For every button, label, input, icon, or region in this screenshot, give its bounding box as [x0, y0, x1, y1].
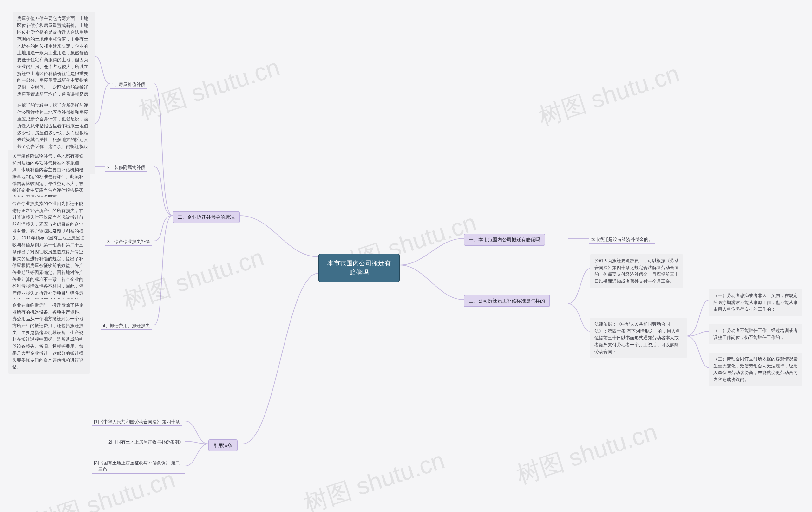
watermark: 树图 shutu.cn — [300, 444, 449, 512]
cite-2: [2]《国有土地上房屋征收与补偿条例》 — [105, 438, 185, 446]
cite-1: [1]《中华人民共和国劳动合同法》 第四十条 — [92, 418, 182, 426]
branch-3-leaf-a: 公司因为搬迁要遣散员工，可以根据《劳动合同法》第四十条之规定合法解除劳动合同的，… — [590, 254, 683, 288]
connector-lines — [0, 0, 812, 512]
branch-2-sub-3-leaf: 停产停业损失指的企业因为拆迁不能进行正常经营所产生的所有损失，在计算该损失时不仅… — [8, 197, 90, 307]
branch-3-sub-law: 法律依据：《中华人民共和国劳动合同法》：第四十条 有下列情形之一的，用人单位提前… — [590, 318, 687, 358]
branch-2-sub-2[interactable]: 2、装修附属物补偿 — [105, 163, 147, 172]
watermark: 树图 shutu.cn — [135, 51, 284, 127]
branch-1[interactable]: 一、本市范围内公司搬迁有赔偿吗 — [464, 234, 545, 246]
watermark: 树图 shutu.cn — [534, 57, 684, 133]
branch-2-sub-1[interactable]: 1、房屋价值补偿 — [110, 81, 147, 89]
branch-2-sub-2-leaf: 关于装修附属物补偿，各地都有装修和附属物的各项补偿标准的实施细则，该项补偿内容主… — [8, 150, 90, 204]
branch-2-sub-4[interactable]: 4、搬迁费用、搬迁损失 — [101, 322, 152, 330]
cite-3: [3]《国有土地上房屋征收与补偿条例》 第二十三条 — [92, 459, 185, 474]
branch-3-sub-leaf-3: （三）劳动合同订立时所依据的客观情况发生重大变化，致使劳动合同无法履行，经用人单… — [709, 353, 802, 387]
branch-2[interactable]: 二、企业拆迁补偿金的标准 — [173, 211, 240, 223]
branch-cite[interactable]: 引用法条 — [208, 440, 238, 451]
branch-3[interactable]: 三、公司拆迁员工补偿标准是怎样的 — [464, 295, 550, 307]
branch-3-sub-leaf-1: （一）劳动者患病或者非因工负伤，在规定的医疗期满后不能从事原工作，也不能从事由用… — [709, 289, 802, 316]
branch-1-leaf: 本市搬迁是没有经济补偿金的。 — [589, 236, 655, 244]
center-node[interactable]: 本市范围内公司搬迁有赔偿吗 — [318, 253, 400, 282]
watermark: 树图 shutu.cn — [512, 416, 661, 492]
branch-3-sub-leaf-2: （二）劳动者不能胜任工作，经过培训或者调整工作岗位，仍不能胜任工作的； — [709, 324, 802, 344]
watermark: 树图 shutu.cn — [119, 241, 268, 317]
branch-2-sub-4-leaf: 企业在面临拆迁时，搬迁费除了将企业所有的机器设备、各项生产资料、办公用品从一个地… — [8, 299, 90, 374]
branch-2-sub-3[interactable]: 3、停产停业损失补偿 — [105, 238, 152, 246]
